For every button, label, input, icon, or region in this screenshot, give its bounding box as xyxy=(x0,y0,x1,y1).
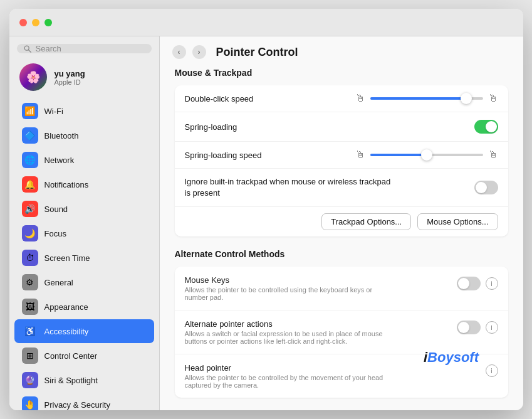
network-icon: 🌐 xyxy=(22,152,38,168)
sidebar-item-accessibility[interactable]: ♿Accessibility xyxy=(14,319,154,343)
notifications-icon: 🔔 xyxy=(22,176,38,193)
user-profile[interactable]: 🌸 yu yang Apple ID xyxy=(9,58,159,98)
sidebar-item-privacy-security[interactable]: 🤚Privacy & Security xyxy=(14,393,154,410)
focus-icon: 🌙 xyxy=(22,225,38,241)
spring-loading-label: Spring-loading xyxy=(185,122,474,132)
spring-loading-row: Spring-loading xyxy=(175,112,508,142)
alternate-control-card: Mouse Keys Allows the pointer to be cont… xyxy=(175,267,508,398)
alternate-pointer-info-icon[interactable]: i xyxy=(486,321,498,334)
options-buttons-row: Trackpad Options... Mouse Options... xyxy=(175,207,508,236)
back-button[interactable]: ‹ xyxy=(172,45,186,59)
privacy-security-icon: 🤚 xyxy=(22,396,38,410)
control-center-label: Control Center xyxy=(44,351,98,361)
alternate-pointer-row: Alternate pointer actions Allows a switc… xyxy=(175,310,508,354)
mouse-keys-info-icon[interactable]: i xyxy=(486,277,498,290)
sidebar-item-sound[interactable]: 🔊Sound xyxy=(14,197,154,221)
ignore-trackpad-toggle[interactable] xyxy=(474,181,498,194)
notifications-label: Notifications xyxy=(44,180,89,189)
sidebar-item-wifi[interactable]: 📶Wi-Fi xyxy=(14,99,154,123)
search-placeholder: Search xyxy=(36,44,61,53)
double-click-speed-label: Double-click speed xyxy=(185,94,355,103)
network-label: Network xyxy=(44,156,75,165)
head-pointer-info-icon[interactable]: i xyxy=(486,364,498,377)
head-pointer-label: Head pointer xyxy=(185,363,481,373)
spring-loading-speed-row: Spring-loading speed 🖱 🖱 xyxy=(175,142,508,169)
sidebar-item-notifications[interactable]: 🔔Notifications xyxy=(14,172,154,196)
spring-loading-toggle[interactable] xyxy=(474,120,498,134)
focus-label: Focus xyxy=(44,229,66,238)
minimize-button[interactable] xyxy=(32,19,39,26)
bluetooth-icon: 🔷 xyxy=(22,127,38,144)
trackpad-options-button[interactable]: Trackpad Options... xyxy=(321,213,411,230)
siri-spotlight-icon: 🔮 xyxy=(22,372,38,388)
double-click-speed-row: Double-click speed 🖱 🖱 xyxy=(175,85,508,112)
main-content: ‹ › Pointer Control Mouse & Trackpad Dou… xyxy=(160,36,523,410)
spring-loading-speed-label: Spring-loading speed xyxy=(185,151,355,160)
main-body: Mouse & Trackpad Double-click speed 🖱 🖱 xyxy=(160,68,523,410)
fast-spring-icon: 🖱 xyxy=(488,149,498,161)
sidebar-item-general[interactable]: ⚙General xyxy=(14,270,154,294)
close-button[interactable] xyxy=(19,19,27,26)
head-pointer-desc: Allows the pointer to be controlled by t… xyxy=(185,374,481,389)
sidebar-item-network[interactable]: 🌐Network xyxy=(14,148,154,172)
maximize-button[interactable] xyxy=(44,19,52,26)
ignore-trackpad-label: Ignore built-in trackpad when mouse or w… xyxy=(185,176,474,199)
spring-loading-speed-track[interactable] xyxy=(370,154,483,156)
double-click-speed-slider-container: 🖱 🖱 xyxy=(355,93,498,104)
mouse-trackpad-card: Double-click speed 🖱 🖱 Spring-loadi xyxy=(175,85,508,236)
sidebar: Search 🌸 yu yang Apple ID 📶Wi-Fi🔷Bluetoo… xyxy=(9,36,160,410)
sidebar-item-screen-time[interactable]: ⏱Screen Time xyxy=(14,246,154,270)
appearance-label: Appearance xyxy=(44,302,88,312)
user-info: yu yang Apple ID xyxy=(55,69,85,86)
sound-label: Sound xyxy=(44,204,68,214)
accessibility-label: Accessibility xyxy=(44,327,89,336)
svg-line-1 xyxy=(28,50,31,52)
sound-icon: 🔊 xyxy=(22,201,38,217)
mouse-trackpad-section-title: Mouse & Trackpad xyxy=(175,68,508,78)
sidebar-item-bluetooth[interactable]: 🔷Bluetooth xyxy=(14,124,154,147)
spring-loading-toggle-knob xyxy=(486,121,497,132)
mouse-keys-desc: Allows the pointer to be controlled usin… xyxy=(185,286,457,301)
content-area: Search 🌸 yu yang Apple ID 📶Wi-Fi🔷Bluetoo… xyxy=(9,36,523,410)
alternate-pointer-toggle-knob xyxy=(458,322,469,333)
sidebar-items: 📶Wi-Fi🔷Bluetooth🌐Network🔔Notifications🔊S… xyxy=(9,98,159,410)
screen-time-icon: ⏱ xyxy=(22,250,38,266)
avatar: 🌸 xyxy=(19,63,47,91)
search-icon xyxy=(23,45,32,53)
slow-click-icon: 🖱 xyxy=(355,93,365,104)
fast-click-icon: 🖱 xyxy=(488,93,498,104)
alternate-pointer-toggle[interactable] xyxy=(457,321,481,334)
control-center-icon: ⊞ xyxy=(22,347,38,364)
search-bar[interactable]: Search xyxy=(17,44,152,53)
ignore-trackpad-toggle-knob xyxy=(476,182,487,193)
wifi-icon: 📶 xyxy=(22,103,38,119)
mouse-keys-label: Mouse Keys xyxy=(185,275,457,285)
accessibility-icon: ♿ xyxy=(22,323,38,339)
mouse-keys-toggle-knob xyxy=(458,278,469,289)
user-name: yu yang xyxy=(55,69,85,78)
spring-loading-speed-slider-container: 🖱 🖱 xyxy=(355,149,498,161)
svg-point-0 xyxy=(24,46,29,50)
appearance-icon: 🖼 xyxy=(22,299,38,315)
alternate-pointer-desc: Allows a switch or facial expression to … xyxy=(185,330,457,345)
general-label: General xyxy=(44,278,73,287)
sidebar-item-appearance[interactable]: 🖼Appearance xyxy=(14,295,154,319)
screen-time-label: Screen Time xyxy=(44,253,90,263)
double-click-speed-track[interactable] xyxy=(370,97,483,100)
traffic-lights xyxy=(19,19,52,26)
forward-button[interactable]: › xyxy=(192,45,206,59)
titlebar xyxy=(9,9,523,36)
privacy-security-label: Privacy & Security xyxy=(44,400,110,410)
mouse-keys-row: Mouse Keys Allows the pointer to be cont… xyxy=(175,267,508,310)
alternate-control-section-title: Alternate Control Methods xyxy=(175,249,508,259)
mouse-options-button[interactable]: Mouse Options... xyxy=(417,213,498,230)
user-subtitle: Apple ID xyxy=(55,78,85,86)
page-title: Pointer Control xyxy=(216,46,298,59)
sidebar-item-control-center[interactable]: ⊞Control Center xyxy=(14,344,154,368)
wifi-label: Wi-Fi xyxy=(44,107,63,116)
mouse-keys-toggle[interactable] xyxy=(457,277,481,290)
ignore-trackpad-row: Ignore built-in trackpad when mouse or w… xyxy=(175,169,508,207)
system-preferences-window: Search 🌸 yu yang Apple ID 📶Wi-Fi🔷Bluetoo… xyxy=(9,9,523,410)
sidebar-item-focus[interactable]: 🌙Focus xyxy=(14,221,154,245)
sidebar-item-siri-spotlight[interactable]: 🔮Siri & Spotlight xyxy=(14,368,154,392)
